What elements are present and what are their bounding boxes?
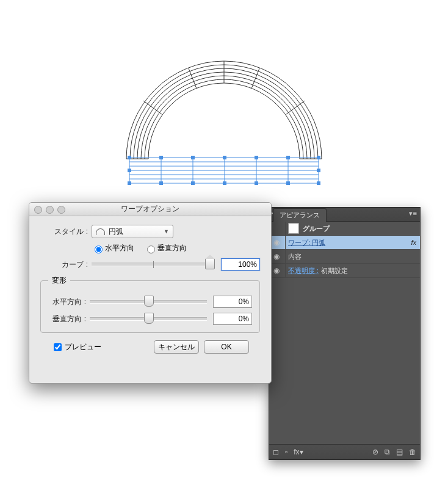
cancel-button[interactable]: キャンセル <box>154 340 199 354</box>
style-value: 円弧 <box>109 227 123 237</box>
duplicate-icon[interactable]: ⧉ <box>385 448 390 456</box>
distort-v-input[interactable] <box>213 313 252 325</box>
slider-knob[interactable] <box>144 313 154 324</box>
svg-rect-23 <box>286 156 290 159</box>
close-icon[interactable] <box>34 206 42 214</box>
curve-label: カーブ : <box>40 260 88 270</box>
minimize-icon[interactable] <box>46 206 54 214</box>
svg-line-5 <box>251 68 259 89</box>
svg-rect-27 <box>191 181 195 185</box>
clear-appearance-icon[interactable]: ⊘ <box>372 448 378 456</box>
svg-rect-31 <box>317 181 320 185</box>
appearance-item-warp[interactable]: ◉ ワープ: 円弧 fx <box>269 236 420 250</box>
visibility-icon[interactable]: ◉ <box>270 238 283 247</box>
distort-h-input[interactable] <box>213 296 252 308</box>
canvas <box>0 0 448 205</box>
checkbox-input[interactable] <box>54 343 62 351</box>
preview-checkbox[interactable]: プレビュー <box>51 341 101 353</box>
curve-slider[interactable] <box>92 263 215 266</box>
slider-knob[interactable] <box>205 258 215 269</box>
svg-rect-25 <box>128 181 131 185</box>
appearance-target-row: グループ <box>269 222 420 236</box>
no-stroke-icon[interactable]: ◻ <box>273 448 279 456</box>
distort-h-slider[interactable] <box>90 300 207 304</box>
distort-v-slider[interactable] <box>90 317 207 321</box>
orientation-vertical-radio[interactable]: 垂直方向 <box>144 243 187 253</box>
panel-menu-icon[interactable]: ▾≡ <box>409 209 417 217</box>
svg-rect-21 <box>223 156 226 159</box>
visibility-icon[interactable]: ◉ <box>270 266 283 275</box>
opacity-link[interactable]: 不透明度 : <box>288 266 319 275</box>
fx-menu-icon[interactable]: fx▾ <box>294 448 303 456</box>
svg-rect-18 <box>128 156 131 159</box>
tab-appearance[interactable]: アピアランス <box>273 208 327 222</box>
orientation-horizontal-radio[interactable]: 水平方向 <box>92 243 134 253</box>
radio-input[interactable] <box>147 246 155 253</box>
fx-badge[interactable]: fx <box>411 239 416 246</box>
distort-legend: 変形 <box>48 275 70 286</box>
artwork-arc <box>108 31 340 205</box>
svg-rect-24 <box>317 156 320 159</box>
panel-footer: ◻ ▫ fx▾ ⊘ ⧉ ▤ 🗑 <box>269 444 420 459</box>
dialog-title: ワープオプション <box>121 205 179 213</box>
svg-rect-19 <box>159 156 163 159</box>
chevron-down-icon: ▼ <box>164 228 169 235</box>
svg-rect-32 <box>128 169 131 172</box>
svg-rect-26 <box>159 181 163 185</box>
style-label: スタイル : <box>40 227 88 237</box>
new-icon[interactable]: ▤ <box>396 448 403 456</box>
zoom-icon[interactable] <box>57 206 65 214</box>
contents-label: 内容 <box>288 252 416 261</box>
svg-rect-30 <box>286 181 290 185</box>
panel-body: グループ ◉ ワープ: 円弧 fx ◉ 内容 ◉ 不透明度 : 初期設定 <box>269 222 420 444</box>
arc-icon <box>96 228 105 235</box>
style-select[interactable]: 円弧 ▼ <box>92 225 173 238</box>
visibility-icon[interactable]: ◉ <box>270 252 283 261</box>
no-fill-icon[interactable]: ▫ <box>285 448 287 456</box>
appearance-item-opacity[interactable]: ◉ 不透明度 : 初期設定 <box>269 264 420 278</box>
svg-rect-28 <box>223 181 226 185</box>
dialog-titlebar[interactable]: ワープオプション <box>29 203 271 216</box>
thumbnail-icon <box>288 223 299 234</box>
appearance-item-contents[interactable]: ◉ 内容 <box>269 250 420 264</box>
opacity-value: 初期設定 <box>321 266 348 275</box>
curve-input[interactable] <box>221 258 260 271</box>
distort-h-label: 水平方向 : <box>48 297 86 307</box>
warp-options-dialog: ワープオプション スタイル : 円弧 ▼ 水平方向 垂直方向 カーブ : <box>29 202 272 384</box>
distort-group: 変形 水平方向 : 垂直方向 : <box>40 275 260 333</box>
slider-knob[interactable] <box>144 296 154 307</box>
window-traffic-lights[interactable] <box>34 206 65 214</box>
appearance-panel: ▸ アピアランス ▾≡ グループ ◉ ワープ: 円弧 fx ◉ 内容 ◉ 不透明… <box>269 207 421 460</box>
svg-rect-33 <box>317 169 320 172</box>
radio-input[interactable] <box>95 246 103 253</box>
svg-line-3 <box>189 68 197 89</box>
panel-tabbar: ▸ アピアランス ▾≡ <box>269 208 420 222</box>
trash-icon[interactable]: 🗑 <box>409 448 416 456</box>
svg-rect-29 <box>255 181 258 185</box>
ok-button[interactable]: OK <box>204 340 249 354</box>
distort-v-label: 垂直方向 : <box>48 314 86 324</box>
target-label: グループ <box>303 224 416 233</box>
svg-rect-20 <box>191 156 195 159</box>
warp-link[interactable]: ワープ: 円弧 <box>288 238 411 247</box>
svg-rect-22 <box>255 156 258 159</box>
